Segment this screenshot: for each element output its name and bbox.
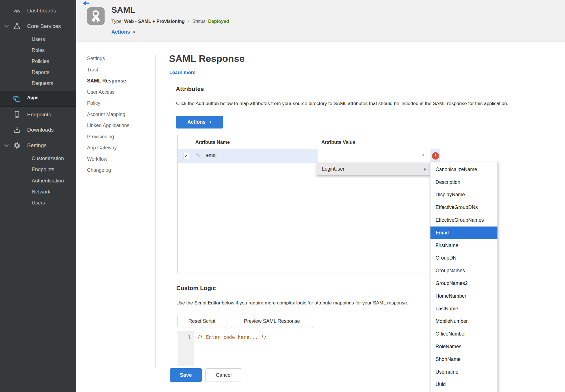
gear-icon [13,141,21,149]
subnav-item-account-mapping[interactable]: Account Mapping [87,109,129,120]
submenu-item-lastname[interactable]: LastName [430,302,497,315]
editor-gutter: 1 [177,331,194,366]
chevron-down-icon [4,25,9,28]
subnav-item-linked-applications[interactable]: Linked Applications [87,120,129,131]
sidebar-item-roles[interactable]: Roles [32,47,45,54]
submenu-item-mobilenumber[interactable]: MobileNumber [430,315,497,328]
app-header: SAML Type: Web - SAML + Provisioning • S… [76,0,565,42]
submenu-item-rolenames[interactable]: RoleNames [430,340,497,353]
sidebar-item-apps[interactable]: Apps [0,91,76,107]
attributes-heading: Attributes [176,86,204,92]
pencil-icon: ✎ [196,152,200,159]
submenu-item-uuid[interactable]: Uuid [430,378,497,391]
reset-script-button[interactable]: Reset Script [177,315,226,328]
sidebar-subitem-label: Policies [32,58,49,64]
error-mark: ! [435,153,436,159]
sidebar-item-reports[interactable]: Reports [32,69,49,76]
subnav-item-provisioning[interactable]: Provisioning [87,131,129,143]
sidebar-item-core-services[interactable]: Core Services [0,22,76,30]
submenu-item-groupnames[interactable]: GroupNames [430,264,497,277]
sidebar-item-users[interactable]: Users [32,36,45,43]
save-button[interactable]: Save [170,368,202,382]
app-root: Dashboards Core Services Users Roles Pol… [0,0,565,392]
app-logo [87,7,105,25]
error-icon[interactable]: ! [432,152,439,160]
subnav-item-policy[interactable]: Policy [87,98,129,109]
preview-saml-response-button[interactable]: Preview SAML Response [231,315,313,328]
submenu-item-officenumber[interactable]: OfficeNumber [430,328,497,340]
subnav-item-trust[interactable]: Trust [87,64,129,76]
table-header: Attribute Name Attribute Value [178,135,441,149]
type-label: Type: [111,19,123,24]
actions-button-label: Actions [187,119,205,125]
sidebar-item-network[interactable]: Network [32,188,50,195]
header-actions-label: Actions [111,29,130,35]
chevron-down-icon [4,144,9,147]
sidebar-item-dashboards[interactable]: Dashboards [0,7,76,15]
script-editor[interactable]: 1 /* Enter code here... */ [177,331,555,366]
sidebar-subitem-label: Customization [32,156,64,162]
sidebar-subitem-label: Roles [32,47,45,53]
learn-more-link[interactable]: Learn more [169,70,196,75]
submenu-item-canonicalizename[interactable]: CanonicalizeName [430,163,497,176]
sidebar-subitem-label: Reports [32,69,49,75]
submenu-item-effectivegroupnames[interactable]: EffectiveGroupNames [430,214,497,227]
status-label: Status: [192,19,207,24]
submenu-item-displayname[interactable]: DisplayName [430,189,497,201]
subnav-item-user-access[interactable]: User Access [87,87,129,98]
sidebar-item-label: Endpoints [27,112,51,118]
subnav-item-saml-response[interactable]: SAML Response [87,75,129,87]
table-row[interactable]: ✓ ✎ email ▼ ! [178,149,441,163]
sidebar-subitem-label: Authentication [32,178,64,184]
header-actions-menu[interactable]: Actions▼ [111,29,136,35]
value-dropdown-caret-icon[interactable]: ▼ [421,153,425,157]
sidebar-item-label: Core Services [27,23,61,29]
sidebar-subitem-label: Users [32,36,45,42]
submenu-item-email-selected[interactable]: Email [430,227,497,239]
subnav-item-changelog[interactable]: Changelog [87,165,129,176]
attribute-value-menu[interactable]: LoginUser ▶ [316,163,430,175]
subnav-item-workflow[interactable]: Workflow [87,154,129,165]
submenu-item-homenumber[interactable]: HomeNumber [430,290,497,302]
app-title: SAML [111,5,135,15]
back-arrow-icon[interactable] [83,1,89,7]
attributes-actions-button[interactable]: Actions▼ [176,116,223,129]
checkmark-icon: ✓ [184,153,188,159]
apps-icon [13,95,21,104]
cancel-button[interactable]: Cancel [205,368,242,382]
submenu-item-firstname[interactable]: FirstName [430,239,497,252]
subnav-item-app-gateway[interactable]: App Gateway [87,142,129,154]
dashboard-gauge-icon [13,7,21,15]
submenu-item-username[interactable]: Username [430,366,497,378]
caret-down-icon: ▼ [209,121,212,124]
sidebar-item-downloads[interactable]: Downloads [0,126,76,134]
row-checkbox[interactable]: ✓ [183,153,189,159]
submenu-item-description[interactable]: Description [430,176,497,189]
type-value: Web - SAML + Provisioning [124,19,185,24]
submenu-item-groupdn[interactable]: GroupDN [430,252,497,265]
editor-code[interactable]: /* Enter code here... */ [197,334,267,340]
submenu-item-effectivegroupdns[interactable]: EffectiveGroupDNs [430,201,497,214]
sidebar-item-authentication[interactable]: Authentication [32,177,64,184]
submenu-item-shortname[interactable]: ShortName [430,353,497,366]
page-title: SAML Response [169,53,245,64]
sidebar-item-settings[interactable]: Settings [0,141,76,149]
sidebar-subitem-label: Endpoints [32,167,54,173]
subnav-item-settings[interactable]: Settings [87,53,129,64]
sidebar-item-policies[interactable]: Policies [32,58,49,65]
attributes-table: Attribute Name Attribute Value ✓ ✎ email… [177,135,441,273]
attribute-value-cell[interactable] [318,149,430,163]
caret-down-icon: ▼ [132,30,136,34]
sidebar-item-label: Dashboards [27,8,56,14]
sidebar-item-endpoints[interactable]: Endpoints [0,111,76,119]
column-divider [191,135,191,149]
submenu-item-groupnames2[interactable]: GroupNames2 [430,277,497,290]
custom-logic-description: Use the Script Editor below if you requi… [176,300,408,306]
sidebar: Dashboards Core Services Users Roles Pol… [0,0,76,392]
sidebar-item-requests[interactable]: Requests [32,80,53,87]
sidebar-item-settings-endpoints[interactable]: Endpoints [32,166,54,173]
sidebar-item-settings-users[interactable]: Users [32,199,45,206]
sidebar-subitem-label: Network [32,189,50,195]
mobile-device-icon [13,111,21,119]
sidebar-item-customization[interactable]: Customization [32,155,64,162]
